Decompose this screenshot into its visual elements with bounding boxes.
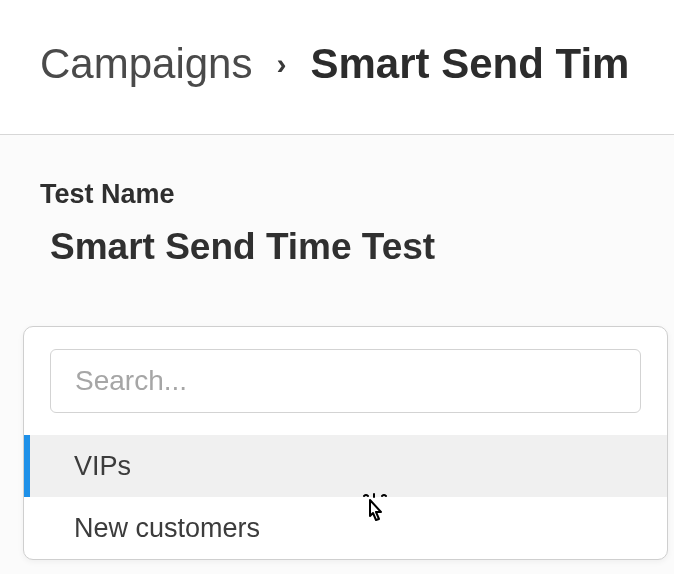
breadcrumb-current: Smart Send Tim: [310, 40, 629, 88]
dropdown-panel: VIPs New customers: [23, 326, 668, 560]
dropdown-item-new-customers[interactable]: New customers: [24, 497, 667, 559]
breadcrumb: Campaigns › Smart Send Tim: [40, 40, 674, 88]
search-input[interactable]: [50, 349, 641, 413]
dropdown-item-vips[interactable]: VIPs: [24, 435, 667, 497]
dropdown-item-label: New customers: [74, 513, 260, 544]
chevron-right-icon: ›: [276, 47, 286, 81]
test-name-label: Test Name: [40, 179, 634, 210]
test-name-value[interactable]: Smart Send Time Test: [40, 226, 634, 268]
breadcrumb-parent-link[interactable]: Campaigns: [40, 40, 252, 88]
dropdown-item-label: VIPs: [74, 451, 131, 482]
